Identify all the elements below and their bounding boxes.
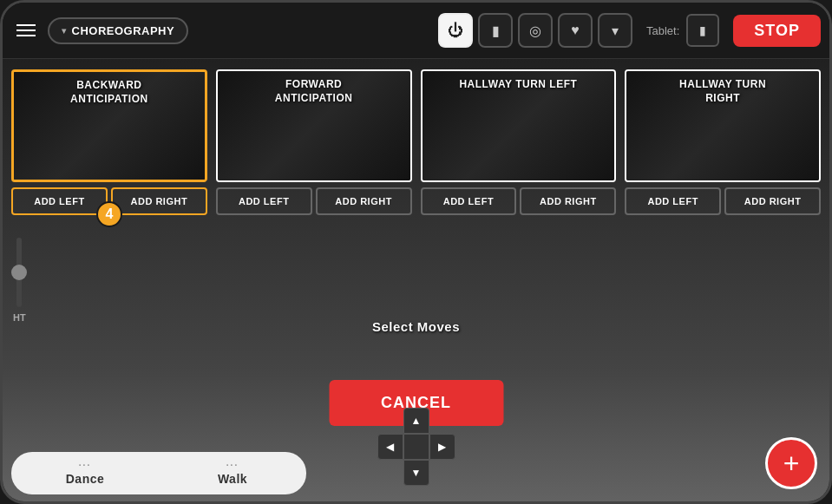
dance-dots: ···	[79, 461, 91, 470]
add-left-btn-3[interactable]: ADD LEFT	[421, 187, 517, 215]
choreography-label: CHOREOGRAPHY	[72, 24, 175, 37]
dance-toggle-button[interactable]: ··· Dance	[11, 452, 159, 494]
dance-walk-toggle: ··· Dance ··· Walk	[11, 452, 306, 494]
walk-toggle-button[interactable]: ··· Walk	[159, 452, 306, 494]
move-card-title-1: BACKWARDANTICIPATION	[70, 79, 148, 106]
move-card-buttons-3: ADD LEFT ADD RIGHT	[421, 187, 617, 215]
signal-icon: ▾	[612, 23, 619, 39]
dropdown-arrow-icon: ▾	[62, 26, 67, 36]
move-card-forward-anticipation: FORWARDANTICIPATION ADD LEFT ADD RIGHT	[216, 69, 412, 215]
stop-button[interactable]: STOP	[733, 15, 821, 47]
dance-label: Dance	[66, 472, 105, 486]
add-right-btn-3[interactable]: ADD RIGHT	[520, 187, 616, 215]
ht-label: HT	[13, 312, 26, 323]
tablet-label: Tablet:	[646, 24, 679, 37]
add-right-btn-1[interactable]: ADD RIGHT	[111, 187, 207, 215]
move-card-hallway-turn-left: HALLWAY TURN LEFT ADD LEFT ADD RIGHT	[421, 69, 617, 215]
ht-section: HT	[13, 238, 26, 323]
walk-dots: ···	[226, 461, 239, 470]
tablet-battery-icon: ▮	[686, 14, 719, 47]
move-card-backward-anticipation: BACKWARDANTICIPATION ADD LEFT ADD RIGHT …	[11, 69, 207, 215]
select-moves-label: Select Moves	[372, 319, 460, 334]
add-left-btn-1[interactable]: ADD LEFT	[11, 187, 108, 215]
dpad: ▲ ◀ ▶ ▼	[377, 408, 455, 486]
add-left-btn-4[interactable]: ADD LEFT	[625, 187, 721, 215]
fab-add-button[interactable]: +	[765, 437, 817, 489]
eye-icon: ◎	[529, 23, 541, 39]
tablet-icon-glyph: ▮	[699, 23, 706, 37]
dpad-up-button[interactable]: ▲	[403, 408, 429, 434]
move-card-buttons-1: ADD LEFT ADD RIGHT 4	[11, 187, 207, 215]
battery-icon: ▮	[492, 23, 500, 39]
moves-grid: BACKWARDANTICIPATION ADD LEFT ADD RIGHT …	[3, 59, 829, 215]
power-button[interactable]: ⏻	[438, 13, 473, 48]
move-card-title-4: HALLWAY TURNRIGHT	[679, 78, 766, 105]
move-card-title-3: HALLWAY TURN LEFT	[459, 78, 577, 92]
dpad-right-button[interactable]: ▶	[429, 434, 455, 460]
slider-track[interactable]	[16, 238, 22, 307]
choreography-dropdown[interactable]: ▾ CHOREOGRAPHY	[48, 17, 188, 44]
main-content: BACKWARDANTICIPATION ADD LEFT ADD RIGHT …	[3, 59, 829, 501]
add-left-btn-2[interactable]: ADD LEFT	[216, 187, 312, 215]
battery-button[interactable]: ▮	[478, 13, 513, 48]
move-card-hallway-turn-right: HALLWAY TURNRIGHT ADD LEFT ADD RIGHT	[625, 69, 821, 215]
walk-label: Walk	[218, 472, 247, 486]
add-right-btn-4[interactable]: ADD RIGHT	[724, 187, 821, 215]
move-card-image-2: FORWARDANTICIPATION	[216, 69, 412, 182]
dpad-left-button[interactable]: ◀	[377, 434, 403, 460]
move-card-buttons-4: ADD LEFT ADD RIGHT	[625, 187, 821, 215]
heart-button[interactable]: ♥	[558, 13, 593, 48]
move-cards-row: BACKWARDANTICIPATION ADD LEFT ADD RIGHT …	[11, 69, 821, 215]
move-card-image-4: HALLWAY TURNRIGHT	[625, 69, 821, 182]
dpad-down-button[interactable]: ▼	[403, 460, 429, 486]
device-frame: ▾ CHOREOGRAPHY ⏻ ▮ ◎ ♥ ▾ Tablet: ▮ STOP	[0, 0, 832, 504]
move-card-title-2: FORWARDANTICIPATION	[275, 78, 353, 105]
move-card-image-1: BACKWARDANTICIPATION	[11, 69, 207, 182]
top-bar: ▾ CHOREOGRAPHY ⏻ ▮ ◎ ♥ ▾ Tablet: ▮ STOP	[3, 3, 829, 59]
signal-button[interactable]: ▾	[598, 13, 632, 48]
move-card-buttons-2: ADD LEFT ADD RIGHT	[216, 187, 412, 215]
power-icon: ⏻	[448, 22, 463, 40]
top-icons-group: ⏻ ▮ ◎ ♥ ▾	[438, 13, 632, 48]
heart-icon: ♥	[571, 23, 580, 38]
slider-thumb[interactable]	[11, 265, 27, 280]
move-card-image-3: HALLWAY TURN LEFT	[421, 69, 617, 182]
dpad-center	[403, 434, 429, 460]
menu-button[interactable]	[11, 19, 41, 42]
badge-count: 4	[96, 201, 122, 227]
add-right-btn-2[interactable]: ADD RIGHT	[316, 187, 412, 215]
eye-button[interactable]: ◎	[518, 13, 553, 48]
